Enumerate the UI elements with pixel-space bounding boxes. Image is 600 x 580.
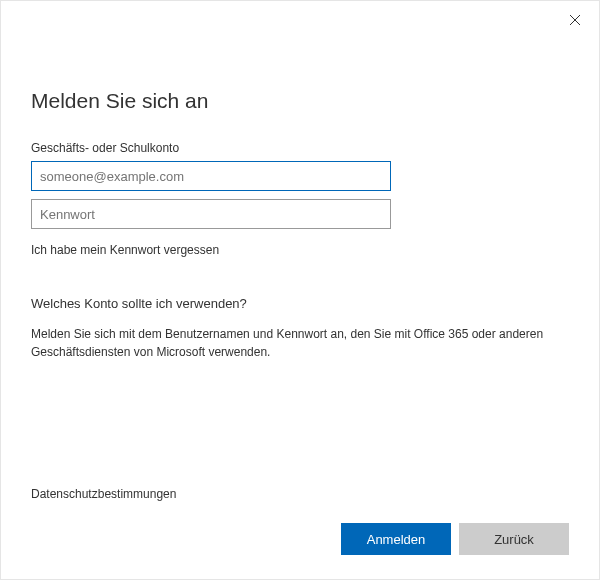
account-type-label: Geschäfts- oder Schulkonto [31,141,569,155]
signin-button[interactable]: Anmelden [341,523,451,555]
back-button[interactable]: Zurück [459,523,569,555]
close-button[interactable] [563,9,587,33]
help-text: Melden Sie sich mit dem Benutzernamen un… [31,325,569,361]
button-row: Anmelden Zurück [341,523,569,555]
close-icon [569,12,581,30]
forgot-password-link[interactable]: Ich habe mein Kennwort vergessen [31,243,219,257]
privacy-link[interactable]: Datenschutzbestimmungen [31,487,176,501]
which-account-heading: Welches Konto sollte ich verwenden? [31,296,569,311]
signin-form: Melden Sie sich an Geschäfts- oder Schul… [1,89,599,361]
password-field[interactable] [31,199,391,229]
email-field[interactable] [31,161,391,191]
page-title: Melden Sie sich an [31,89,569,113]
